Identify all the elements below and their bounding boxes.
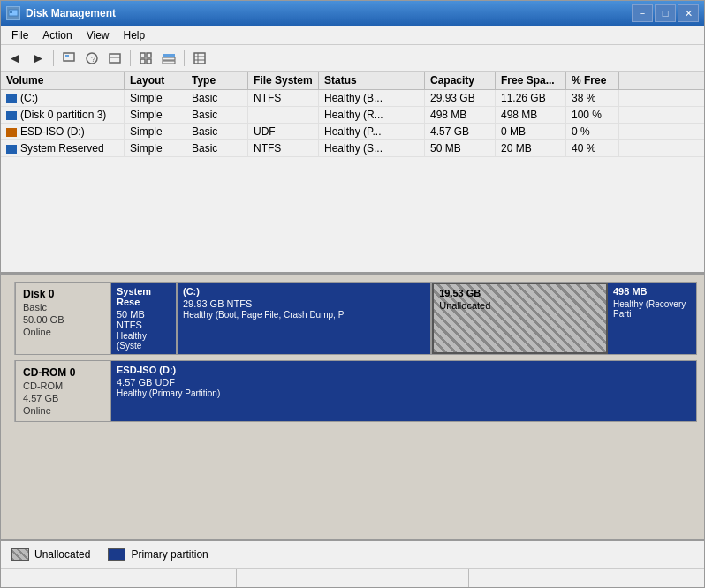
cdrom0-label: CD-ROM 0 CD-ROM 4.57 GB Online xyxy=(15,360,110,422)
toolbar-btn-6[interactable] xyxy=(135,49,156,68)
unallocated-swatch xyxy=(11,548,29,561)
cell-status: Healthy (S... xyxy=(319,140,425,156)
part-size: 50 MB NTFS xyxy=(117,309,171,330)
table-row[interactable]: ESD-ISO (D:) Simple Basic UDF Healthy (P… xyxy=(1,124,704,140)
disk0-type: Basic xyxy=(23,302,103,313)
legend-unallocated-label: Unallocated xyxy=(34,548,90,561)
cdrom0-partitions: ESD-ISO (D:) 4.57 GB UDF Healthy (Primar… xyxy=(110,360,697,422)
cdrom0-left-strip xyxy=(8,360,15,422)
svg-rect-15 xyxy=(194,53,205,64)
partition-cdrom-iso[interactable]: ESD-ISO (D:) 4.57 GB UDF Healthy (Primar… xyxy=(111,361,696,421)
cell-free: 20 MB xyxy=(496,140,566,156)
cdrom0-name: CD-ROM 0 xyxy=(23,366,103,379)
cell-pct: 38 % xyxy=(566,90,619,106)
minimize-button[interactable]: − xyxy=(632,4,653,22)
menu-view[interactable]: View xyxy=(80,27,117,43)
cell-pct: 0 % xyxy=(566,124,619,139)
svg-rect-8 xyxy=(140,53,145,57)
cdrom0-row: CD-ROM 0 CD-ROM 4.57 GB Online ESD-ISO (… xyxy=(8,360,697,422)
cell-capacity: 498 MB xyxy=(425,107,496,123)
toolbar-btn-4[interactable]: ? xyxy=(81,49,102,68)
part-status: Healthy (Syste xyxy=(117,331,171,351)
disk0-size: 50.00 GB xyxy=(23,314,103,325)
menu-file[interactable]: File xyxy=(4,27,35,43)
title-bar: Disk Management − □ ✕ xyxy=(1,1,704,26)
col-capacity: Capacity xyxy=(425,72,496,89)
disk0-label: Disk 0 Basic 50.00 GB Online xyxy=(15,282,110,355)
toolbar-btn-3[interactable] xyxy=(58,49,80,68)
cell-layout: Simple xyxy=(125,90,186,106)
table-row[interactable]: (C:) Simple Basic NTFS Healthy (B... 29.… xyxy=(1,90,704,107)
table-header: Volume Layout Type File System Status Ca… xyxy=(1,72,704,90)
close-button[interactable]: ✕ xyxy=(678,4,699,22)
partition-system-reserved[interactable]: System Rese 50 MB NTFS Healthy (Syste xyxy=(111,283,178,354)
cell-type: Basic xyxy=(186,140,248,156)
cell-type: Basic xyxy=(186,90,248,106)
legend-bar: Unallocated Primary partition xyxy=(1,539,704,568)
part-status: Healthy (Primary Partition) xyxy=(117,388,691,398)
svg-rect-13 xyxy=(163,57,175,60)
svg-rect-3 xyxy=(65,55,69,57)
disk0-name: Disk 0 xyxy=(23,288,103,300)
cell-free: 0 MB xyxy=(496,124,566,139)
cell-fs: NTFS xyxy=(248,90,319,106)
cell-fs: NTFS xyxy=(248,140,319,156)
legend-primary-label: Primary partition xyxy=(131,548,208,561)
cell-type: Basic xyxy=(186,124,248,139)
separator-3 xyxy=(184,50,185,66)
col-pct: % Free xyxy=(566,72,619,89)
cell-status: Healthy (P... xyxy=(319,124,425,139)
disk0-partitions: System Rese 50 MB NTFS Healthy (Syste (C… xyxy=(110,282,697,355)
part-size: Unallocated xyxy=(439,300,601,311)
toolbar-btn-5[interactable] xyxy=(104,49,125,68)
cell-pct: 100 % xyxy=(566,107,619,123)
cell-layout: Simple xyxy=(125,107,186,123)
col-type: Type xyxy=(186,72,248,89)
toolbar-btn-8[interactable] xyxy=(189,49,210,68)
partition-c-drive[interactable]: (C:) 29.93 GB NTFS Healthy (Boot, Page F… xyxy=(178,283,432,354)
cell-volume: ESD-ISO (D:) xyxy=(1,124,125,139)
window-controls: − □ ✕ xyxy=(632,4,699,22)
table-row[interactable]: (Disk 0 partition 3) Simple Basic Health… xyxy=(1,107,704,124)
forward-button[interactable]: ▶ xyxy=(27,49,49,68)
status-segment-3 xyxy=(469,569,701,587)
table-row[interactable]: System Reserved Simple Basic NTFS Health… xyxy=(1,140,704,157)
cdrom0-status: Online xyxy=(23,405,103,416)
app-icon xyxy=(6,6,20,20)
cdrom0-size: 4.57 GB xyxy=(23,393,103,403)
cell-volume: System Reserved xyxy=(1,140,125,156)
status-segment-1 xyxy=(4,569,237,587)
cell-free: 498 MB xyxy=(496,107,566,123)
partition-recovery[interactable]: 498 MB Healthy (Recovery Parti xyxy=(608,283,696,354)
legend-primary: Primary partition xyxy=(108,548,208,561)
status-bar xyxy=(1,568,704,587)
svg-rect-10 xyxy=(140,59,145,64)
disk0-row: Disk 0 Basic 50.00 GB Online System Rese… xyxy=(8,282,697,355)
primary-swatch xyxy=(108,548,125,561)
window-title: Disk Management xyxy=(26,7,116,19)
cell-capacity: 4.57 GB xyxy=(425,124,496,139)
cell-status: Healthy (B... xyxy=(319,90,425,106)
cell-volume: (Disk 0 partition 3) xyxy=(1,107,125,123)
part-title: (C:) xyxy=(183,286,425,297)
cell-layout: Simple xyxy=(125,124,186,139)
maximize-button[interactable]: □ xyxy=(655,4,676,22)
svg-rect-6 xyxy=(110,54,120,63)
table-body: (C:) Simple Basic NTFS Healthy (B... 29.… xyxy=(1,90,704,272)
status-segment-2 xyxy=(237,569,469,587)
main-content: Volume Layout Type File System Status Ca… xyxy=(1,72,704,568)
svg-rect-9 xyxy=(147,53,151,57)
part-status: Healthy (Boot, Page File, Crash Dump, P xyxy=(183,310,425,320)
back-button[interactable]: ◀ xyxy=(4,49,26,68)
menu-action[interactable]: Action xyxy=(35,27,79,43)
toolbar-btn-7[interactable] xyxy=(158,49,179,68)
col-layout: Layout xyxy=(125,72,186,89)
app-window: Disk Management − □ ✕ File Action View H… xyxy=(0,0,705,588)
col-fs: File System xyxy=(248,72,319,89)
toolbar: ◀ ▶ ? xyxy=(1,45,704,72)
menu-bar: File Action View Help xyxy=(1,26,704,45)
partition-unallocated[interactable]: 19.53 GB Unallocated xyxy=(432,283,608,354)
menu-help[interactable]: Help xyxy=(117,27,153,43)
part-title: System Rese xyxy=(117,286,171,307)
separator-1 xyxy=(53,50,54,66)
